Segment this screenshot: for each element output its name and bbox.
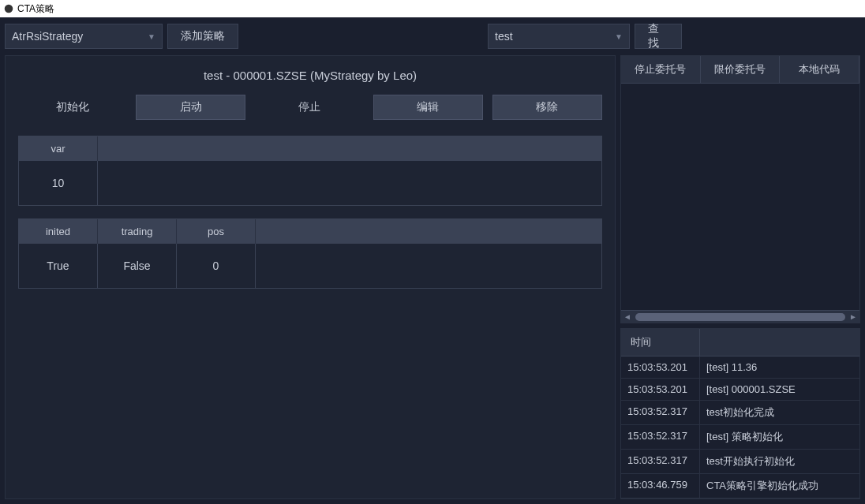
log-row: 15:03:52.317 test开始执行初始化 (621, 450, 859, 474)
status-header-trading: trading (98, 219, 177, 244)
log-time: 15:03:46.759 (621, 474, 700, 498)
search-button[interactable]: 查找 (635, 24, 682, 49)
status-value-inited: True (19, 244, 98, 288)
log-row: 15:03:53.201 [test] 000001.SZSE (621, 379, 859, 401)
start-button[interactable]: 启动 (136, 95, 245, 120)
log-body: 15:03:53.201 [test] 11.36 15:03:53.201 [… (621, 357, 859, 498)
stop-button[interactable]: 停止 (255, 95, 363, 120)
log-msg: test开始执行初始化 (700, 450, 859, 473)
log-row: 15:03:52.317 test初始化完成 (621, 401, 859, 425)
titlebar: CTA策略 (0, 0, 865, 17)
init-button[interactable]: 初始化 (18, 95, 126, 120)
log-row: 15:03:52.317 [test] 策略初始化 (621, 425, 859, 450)
strategy-panel: test - 000001.SZSE (MyStrategy by Leo) 初… (5, 55, 616, 499)
vars-table: var 10 (18, 136, 602, 206)
window-title: CTA策略 (17, 2, 54, 16)
strategy-select[interactable]: AtrRsiStrategy ▼ (5, 24, 163, 49)
add-strategy-button[interactable]: 添加策略 (167, 24, 238, 49)
top-toolbar: AtrRsiStrategy ▼ 添加策略 test ▼ 查找 (0, 17, 865, 55)
status-value-trading: False (98, 244, 177, 288)
chevron-down-icon: ▼ (615, 32, 623, 41)
orders-panel: 停止委托号 限价委托号 本地代码 ◄ ► (620, 55, 860, 323)
log-time: 15:03:53.201 (621, 379, 700, 400)
scrollbar-thumb[interactable] (635, 313, 845, 321)
scroll-left-icon[interactable]: ◄ (621, 311, 634, 323)
orders-col-limit[interactable]: 限价委托号 (701, 56, 781, 83)
status-header-inited: inited (19, 219, 98, 244)
status-value-pos: 0 (177, 244, 256, 288)
log-msg: [test] 11.36 (700, 357, 859, 378)
log-msg: CTA策略引擎初始化成功 (700, 474, 859, 498)
log-msg: [test] 策略初始化 (700, 425, 859, 449)
log-time: 15:03:52.317 (621, 401, 700, 424)
log-time: 15:03:53.201 (621, 357, 700, 378)
orders-col-stop[interactable]: 停止委托号 (621, 56, 701, 83)
strategy-title: test - 000001.SZSE (MyStrategy by Leo) (18, 69, 602, 82)
chevron-down-icon: ▼ (148, 32, 155, 41)
app-icon (3, 3, 14, 14)
search-select[interactable]: test ▼ (488, 24, 630, 49)
horizontal-scrollbar[interactable]: ◄ ► (621, 310, 859, 323)
log-header-time[interactable]: 时间 (621, 329, 700, 356)
log-panel: 时间 15:03:53.201 [test] 11.36 15:03:53.20… (620, 328, 860, 499)
search-select-value: test (495, 30, 513, 43)
orders-body (621, 84, 859, 310)
vars-header: var (19, 136, 98, 161)
svg-point-0 (5, 5, 13, 13)
log-time: 15:03:52.317 (621, 450, 700, 473)
log-msg: test初始化完成 (700, 401, 859, 424)
log-msg: [test] 000001.SZSE (700, 379, 859, 400)
strategy-select-value: AtrRsiStrategy (12, 30, 83, 43)
orders-col-local[interactable]: 本地代码 (780, 56, 859, 83)
edit-button[interactable]: 编辑 (373, 95, 483, 120)
remove-button[interactable]: 移除 (492, 95, 602, 120)
status-header-pos: pos (177, 219, 256, 244)
log-time: 15:03:52.317 (621, 425, 700, 449)
log-row: 15:03:53.201 [test] 11.36 (621, 357, 859, 379)
vars-value: 10 (19, 161, 98, 205)
log-row: 15:03:46.759 CTA策略引擎初始化成功 (621, 474, 859, 498)
status-table: inited trading pos True False 0 (18, 218, 602, 289)
scroll-right-icon[interactable]: ► (847, 311, 859, 323)
